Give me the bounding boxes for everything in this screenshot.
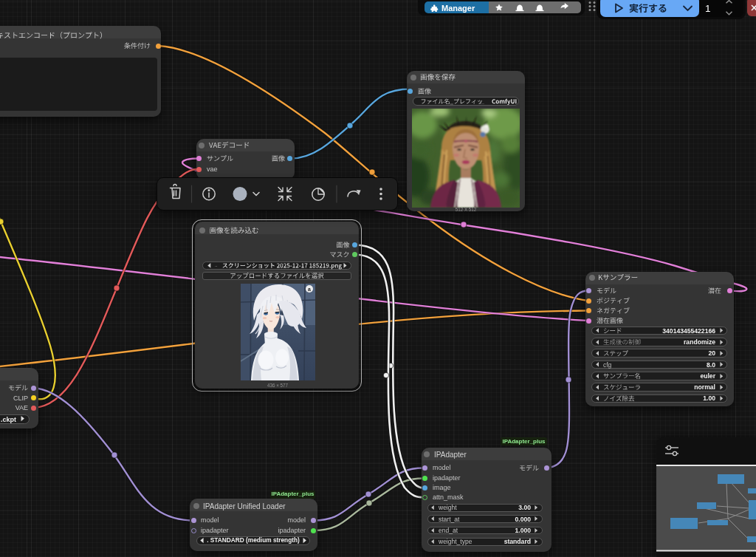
svg-text:Manager: Manager bbox=[441, 3, 475, 12]
